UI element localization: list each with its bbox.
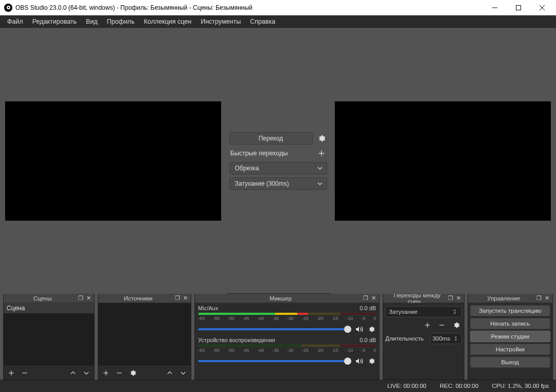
- settings-button[interactable]: Настройки: [470, 344, 550, 355]
- dock-sources-title: Источники: [101, 295, 175, 301]
- scene-item[interactable]: Сцена: [4, 303, 94, 313]
- dock-mixer: Микшер ❐ ✕ Mic/Aux 0.0 dB -60-55-50-45-4…: [194, 293, 380, 380]
- dock-controls-title: Управление: [471, 295, 536, 301]
- scenes-move-down-button[interactable]: [81, 367, 92, 379]
- mixer-meter: [198, 344, 376, 347]
- quick-transition-add-button[interactable]: [316, 148, 327, 159]
- scenes-move-up-button[interactable]: [67, 367, 79, 379]
- dock-close-icon[interactable]: ✕: [456, 295, 461, 301]
- preview-area: Переход Быстрые переходы Обрезка Затухан…: [0, 28, 556, 294]
- window-close-button[interactable]: [530, 0, 554, 15]
- gear-icon[interactable]: [367, 325, 376, 334]
- sources-move-up-button[interactable]: [164, 367, 175, 379]
- dock-popout-icon[interactable]: ❐: [78, 295, 83, 301]
- gear-icon[interactable]: [367, 357, 376, 366]
- duration-label: Длительность: [385, 335, 428, 342]
- studio-mode-button[interactable]: Режим студии: [470, 331, 550, 342]
- transition-settings-button[interactable]: [316, 133, 327, 144]
- duration-input[interactable]: 300ms ▲▼: [430, 333, 462, 344]
- scenes-list[interactable]: Сцена: [4, 303, 94, 366]
- preview-canvas-right: [335, 101, 551, 221]
- speaker-icon[interactable]: [354, 357, 364, 366]
- transition-add-button[interactable]: [422, 319, 433, 331]
- dock-popout-icon[interactable]: ❐: [175, 295, 180, 301]
- quick-transition-cut-label: Обрезка: [235, 165, 259, 172]
- quick-transitions-label: Быстрые переходы: [229, 150, 313, 157]
- dock-scenes: Сцены ❐ ✕ Сцена: [3, 293, 95, 380]
- status-cpu: CPU: 1.2%, 30.00 fps: [492, 383, 549, 389]
- dock-close-icon[interactable]: ✕: [183, 295, 188, 301]
- svg-rect-1: [516, 5, 521, 10]
- mixer-body: Mic/Aux 0.0 dB -60-55-50-45-40-35-30-25-…: [195, 303, 379, 379]
- preview-right[interactable]: [330, 28, 557, 294]
- start-recording-button[interactable]: Начать запись: [470, 318, 550, 329]
- dock-close-icon[interactable]: ✕: [86, 295, 91, 301]
- app-icon: [4, 4, 12, 12]
- dock-mixer-title: Микшер: [198, 295, 363, 301]
- menu-file[interactable]: Файл: [3, 16, 27, 27]
- start-streaming-button[interactable]: Запустить трансляцию: [470, 305, 550, 316]
- status-rec: REC: 00:00:00: [440, 383, 478, 389]
- menu-scene-collection[interactable]: Коллекция сцен: [140, 16, 195, 27]
- dock-close-icon[interactable]: ✕: [371, 295, 376, 301]
- menu-help[interactable]: Справка: [246, 16, 279, 27]
- mixer-channel-desktop: Устройство воспроизведения 0.0 dB -60-55…: [195, 335, 379, 367]
- status-live: LIVE: 00:00:00: [387, 383, 426, 389]
- mixer-channel-level: 0.0 dB: [360, 337, 376, 343]
- duration-value: 300ms: [433, 335, 451, 342]
- menubar: Файл Редактировать Вид Профиль Коллекция…: [0, 15, 556, 28]
- mixer-channel-mic: Mic/Aux 0.0 dB -60-55-50-45-40-35-30-25-…: [195, 303, 379, 335]
- transition-select[interactable]: Затухание ▲▼: [385, 306, 462, 317]
- preview-canvas-left: [5, 101, 221, 221]
- chevron-down-icon: [317, 181, 322, 186]
- dock-popout-icon[interactable]: ❐: [363, 295, 368, 301]
- sources-move-down-button[interactable]: [177, 367, 189, 379]
- quick-transition-fade-label: Затухание (300ms): [235, 180, 289, 187]
- sources-add-button[interactable]: [100, 367, 112, 379]
- sources-remove-button[interactable]: [114, 367, 125, 379]
- dock-scenes-title: Сцены: [7, 295, 78, 301]
- mixer-ticks: -60-55-50-45-40-35-30-25-20-15-10-50: [198, 348, 376, 353]
- transition-select-spinner: ▲▼: [453, 309, 458, 315]
- window-titlebar: OBS Studio 23.0.0 (64-bit, windows) - Пр…: [0, 0, 556, 15]
- dock-sources: Источники ❐ ✕: [98, 293, 191, 380]
- transition-remove-button[interactable]: [436, 319, 447, 331]
- dock-popout-icon[interactable]: ❐: [536, 295, 542, 301]
- window-minimize-button[interactable]: [483, 0, 507, 15]
- exit-button[interactable]: Выход: [470, 357, 550, 368]
- dock-popout-icon[interactable]: ❐: [448, 295, 453, 301]
- mixer-ticks: -60-55-50-45-40-35-30-25-20-15-10-50: [198, 316, 376, 321]
- mixer-channel-level: 0.0 dB: [360, 305, 376, 311]
- transition-settings-button[interactable]: [451, 319, 462, 331]
- preview-left[interactable]: [0, 28, 227, 294]
- menu-view[interactable]: Вид: [82, 16, 102, 27]
- mixer-volume-slider[interactable]: [198, 328, 351, 330]
- menu-tools[interactable]: Инструменты: [196, 16, 245, 27]
- quick-transition-cut[interactable]: Обрезка: [229, 162, 327, 174]
- dock-row: Сцены ❐ ✕ Сцена Источники ❐ ✕: [0, 293, 556, 380]
- speaker-icon[interactable]: [354, 325, 364, 334]
- dock-close-icon[interactable]: ✕: [545, 295, 549, 301]
- dock-transitions: Переходы между сцен… ❐ ✕ Затухание ▲▼ Дл…: [383, 293, 464, 380]
- menu-profile[interactable]: Профиль: [103, 16, 139, 27]
- quick-transition-fade[interactable]: Затухание (300ms): [229, 177, 327, 190]
- mixer-channel-name: Mic/Aux: [198, 305, 218, 311]
- mixer-channel-name: Устройство воспроизведения: [198, 337, 275, 343]
- dock-controls: Управление ❐ ✕ Запустить трансляцию Нача…: [468, 293, 553, 380]
- chevron-down-icon: [317, 166, 322, 171]
- mixer-volume-slider[interactable]: [198, 360, 351, 362]
- duration-spinner[interactable]: ▲▼: [454, 335, 459, 342]
- sources-list[interactable]: [98, 303, 191, 366]
- scenes-remove-button[interactable]: [19, 367, 30, 379]
- window-maximize-button[interactable]: [507, 0, 530, 15]
- studio-center-controls: Переход Быстрые переходы Обрезка Затухан…: [227, 28, 330, 294]
- scenes-add-button[interactable]: [6, 367, 17, 379]
- transition-button[interactable]: Переход: [229, 132, 313, 145]
- mixer-meter: [198, 312, 376, 315]
- transition-selected-label: Затухание: [389, 309, 417, 315]
- statusbar: LIVE: 00:00:00 REC: 00:00:00 CPU: 1.2%, …: [0, 380, 556, 391]
- sources-properties-button[interactable]: [127, 367, 138, 379]
- menu-edit[interactable]: Редактировать: [28, 16, 81, 27]
- dock-transitions-title: Переходы между сцен…: [386, 292, 448, 305]
- window-title: OBS Studio 23.0.0 (64-bit, windows) - Пр…: [15, 4, 483, 11]
